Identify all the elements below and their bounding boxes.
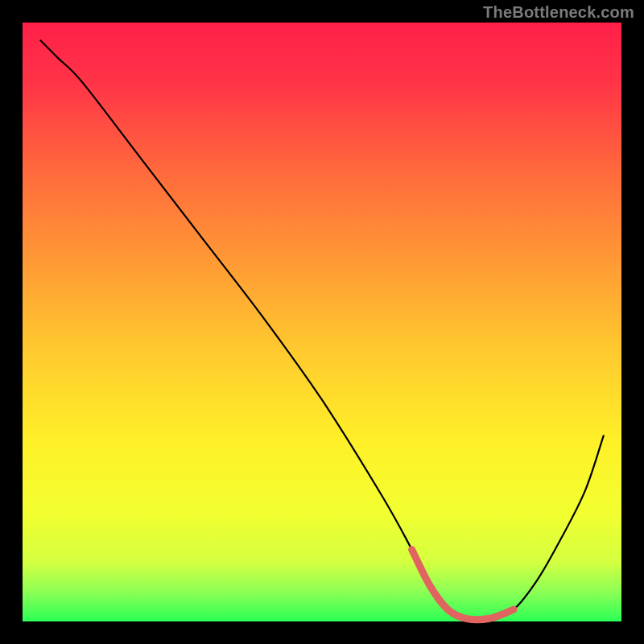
watermark-text: TheBottleneck.com: [483, 3, 634, 22]
bottleneck-chart: [0, 0, 644, 644]
chart-container: TheBottleneck.com: [0, 0, 644, 644]
plot-background: [23, 23, 621, 621]
